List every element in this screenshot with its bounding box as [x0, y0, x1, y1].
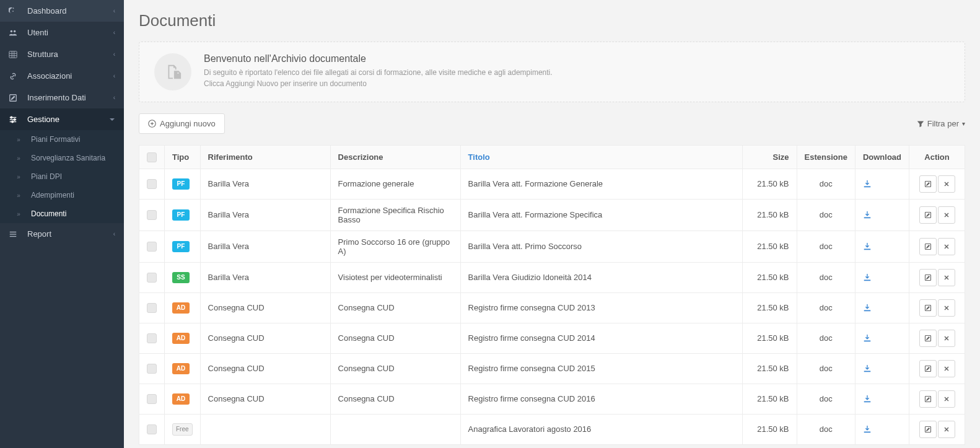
- sidebar-sub-sorveglianza[interactable]: »Sorveglianza Sanitaria: [0, 149, 124, 167]
- download-icon[interactable]: [863, 425, 901, 434]
- row-checkbox[interactable]: [147, 424, 157, 434]
- tipo-badge: AD: [172, 333, 190, 344]
- delete-button[interactable]: [938, 269, 955, 286]
- add-new-label: Aggiungi nuovo: [160, 119, 216, 128]
- download-icon[interactable]: [863, 273, 901, 282]
- sidebar-sub-piani-formativi[interactable]: »Piani Formativi: [0, 130, 124, 149]
- cell-riferimento: [200, 414, 330, 444]
- download-icon[interactable]: [863, 180, 901, 188]
- row-checkbox[interactable]: [147, 303, 157, 313]
- tipo-badge: PF: [172, 241, 190, 252]
- sidebar-item-report[interactable]: Report ‹: [0, 223, 124, 245]
- welcome-heading: Benvenuto nell'Archivio documentale: [204, 53, 553, 64]
- sidebar-sub-label: Adempimenti: [31, 191, 115, 200]
- sidebar-item-utenti[interactable]: Utenti ‹: [0, 22, 124, 43]
- sidebar-item-struttura[interactable]: Struttura ‹: [0, 43, 124, 65]
- sidebar-sub-documenti[interactable]: »Documenti: [0, 204, 124, 223]
- col-action: Action: [909, 146, 965, 169]
- delete-button[interactable]: [938, 299, 955, 317]
- chevron-right-icon: »: [12, 192, 25, 199]
- dashboard-icon: [9, 7, 21, 15]
- sidebar-label: Struttura: [27, 50, 113, 59]
- sidebar-sub-adempimenti[interactable]: »Adempimenti: [0, 186, 124, 204]
- cell-riferimento: Consegna CUD: [200, 292, 330, 323]
- edit-button[interactable]: [919, 390, 937, 408]
- tipo-badge: AD: [172, 363, 190, 374]
- page-title: Documenti: [139, 11, 965, 30]
- download-icon[interactable]: [863, 364, 901, 373]
- main-content: Documenti Benvenuto nell'Archivio docume…: [124, 0, 980, 448]
- col-titolo[interactable]: Titolo: [460, 146, 742, 169]
- col-size[interactable]: Size: [742, 146, 797, 169]
- sidebar-item-gestione[interactable]: Gestione: [0, 108, 124, 130]
- add-new-button[interactable]: Aggiungi nuovo: [139, 113, 225, 134]
- download-icon[interactable]: [863, 242, 901, 251]
- edit-button[interactable]: [919, 238, 937, 255]
- col-descrizione[interactable]: Descrizione: [330, 146, 460, 169]
- filter-by-link[interactable]: Filtra per ▾: [917, 119, 965, 128]
- cell-ext: doc: [797, 199, 855, 231]
- delete-button[interactable]: [938, 175, 955, 193]
- sidebar-item-inserimento[interactable]: Inserimento Dati ‹: [0, 87, 124, 108]
- filter-label: Filtra per: [927, 119, 959, 128]
- cell-descrizione: Consegna CUD: [330, 384, 460, 414]
- delete-button[interactable]: [938, 390, 955, 408]
- edit-button[interactable]: [919, 206, 937, 224]
- sidebar-label: Inserimento Dati: [27, 93, 113, 102]
- chevron-right-icon: »: [12, 211, 25, 217]
- chevron-left-icon: ‹: [113, 51, 115, 58]
- download-icon[interactable]: [863, 304, 901, 312]
- chevron-down-icon: [109, 116, 115, 123]
- delete-button[interactable]: [938, 206, 955, 224]
- table-row: PFBarilla VeraFormazione Specifica Risch…: [139, 199, 965, 231]
- row-checkbox[interactable]: [147, 394, 157, 404]
- row-checkbox[interactable]: [147, 210, 157, 220]
- edit-button[interactable]: [919, 330, 937, 347]
- cell-titolo: Anagrafica Lavoratori agosto 2016: [460, 414, 742, 444]
- col-download[interactable]: Download: [855, 146, 909, 169]
- download-icon[interactable]: [863, 211, 901, 219]
- cell-descrizione: Formazione Specifica Rischio Basso: [330, 199, 460, 231]
- cell-descrizione: [330, 414, 460, 444]
- edit-button[interactable]: [919, 360, 937, 377]
- download-icon[interactable]: [863, 395, 901, 403]
- edit-button[interactable]: [919, 299, 937, 317]
- edit-button[interactable]: [919, 175, 937, 193]
- chevron-right-icon: »: [12, 155, 25, 162]
- sidebar-label: Report: [27, 229, 113, 239]
- cell-size: 21.50 kB: [742, 414, 797, 444]
- delete-button[interactable]: [938, 360, 955, 377]
- cell-ext: doc: [797, 353, 855, 384]
- sidebar-item-dashboard[interactable]: Dashboard ‹: [0, 0, 124, 22]
- row-checkbox[interactable]: [147, 364, 157, 374]
- row-checkbox[interactable]: [147, 179, 157, 189]
- tipo-badge: PF: [172, 178, 190, 190]
- row-checkbox[interactable]: [147, 273, 157, 283]
- svg-point-0: [11, 30, 13, 32]
- table-row: ADConsegna CUDConsegna CUDRegistro firme…: [139, 353, 965, 384]
- delete-button[interactable]: [938, 238, 955, 255]
- sidebar-item-associazioni[interactable]: Associazioni ‹: [0, 65, 124, 87]
- row-checkbox[interactable]: [147, 333, 157, 343]
- cell-descrizione: Formazione generale: [330, 169, 460, 199]
- table-row: PFBarilla VeraFormazione generaleBarilla…: [139, 169, 965, 199]
- delete-button[interactable]: [938, 330, 955, 347]
- cell-ext: doc: [797, 384, 855, 414]
- select-all-checkbox[interactable]: [147, 152, 157, 162]
- edit-button[interactable]: [919, 269, 937, 286]
- download-icon[interactable]: [863, 334, 901, 343]
- cell-riferimento: Barilla Vera: [200, 199, 330, 231]
- filter-icon: [917, 120, 924, 128]
- col-tipo[interactable]: Tipo: [165, 146, 201, 169]
- sidebar-sub-piani-dpi[interactable]: »Piani DPI: [0, 167, 124, 186]
- cell-size: 21.50 kB: [742, 292, 797, 323]
- col-riferimento[interactable]: Riferimento: [200, 146, 330, 169]
- edit-button[interactable]: [919, 421, 937, 438]
- list-icon: [9, 230, 21, 239]
- delete-button[interactable]: [938, 421, 955, 438]
- col-estensione[interactable]: Estensione: [797, 146, 855, 169]
- sidebar-sub-label: Documenti: [31, 209, 115, 218]
- cell-descrizione: Consegna CUD: [330, 323, 460, 353]
- chevron-right-icon: »: [12, 136, 25, 143]
- row-checkbox[interactable]: [147, 242, 157, 252]
